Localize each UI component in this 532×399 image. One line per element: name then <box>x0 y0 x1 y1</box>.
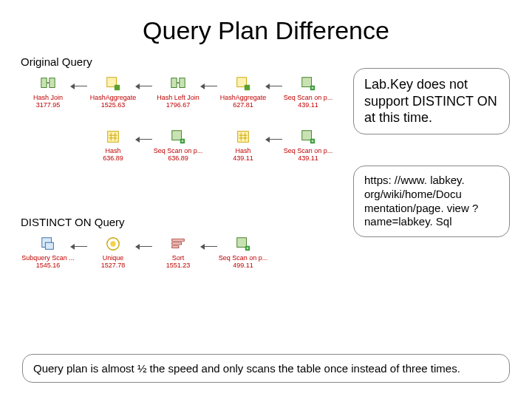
plan-row: Hash636.89 Seq Scan on p...636.89 Hash43… <box>21 129 338 182</box>
plan-node: Seq Scan on p...636.89 <box>151 129 205 163</box>
seq-scan-icon <box>170 129 186 145</box>
plan-node: Hash439.11 <box>216 129 270 163</box>
svg-rect-17 <box>45 242 53 249</box>
node-cost: 1545.16 <box>21 262 75 270</box>
plan-node: Seq Scan on p...499.11 <box>216 236 270 270</box>
unique-icon <box>105 236 121 252</box>
svg-rect-7 <box>245 85 250 90</box>
svg-rect-5 <box>180 78 185 88</box>
node-cost: 1525.63 <box>86 102 140 109</box>
svg-rect-0 <box>41 78 47 88</box>
hash-aggregate-icon <box>105 75 121 92</box>
plan-node: Sort1551.23 <box>151 236 205 270</box>
node-cost: 3177.95 <box>21 102 75 109</box>
plan-node: Hash636.89 <box>86 129 140 163</box>
svg-rect-4 <box>171 78 177 88</box>
original-query-plan: Hash Join3177.95 HashAggregate1525.63 Ha… <box>21 75 338 182</box>
node-cost: 439.11 <box>216 155 270 163</box>
svg-rect-21 <box>172 242 182 245</box>
svg-rect-1 <box>50 78 55 88</box>
svg-rect-22 <box>172 246 179 248</box>
plan-node: Unique1527.78 <box>86 236 140 270</box>
hash-icon <box>105 129 121 145</box>
plan-node: Hash Left Join1796.67 <box>151 75 205 109</box>
plan-node: Hash Join3177.95 <box>21 75 75 109</box>
svg-rect-23 <box>237 238 247 248</box>
node-cost: 1796.67 <box>151 102 205 109</box>
node-cost: 439.11 <box>281 155 335 163</box>
hash-aggregate-icon <box>235 75 251 92</box>
plan-node: Seq Scan on p...439.11 <box>281 129 335 163</box>
original-query-heading: Original Query <box>21 55 511 68</box>
node-cost: 636.89 <box>151 155 205 163</box>
plan-node: HashAggregate627.81 <box>216 75 270 109</box>
plan-node: Subquery Scan ...1545.16 <box>21 236 75 270</box>
svg-rect-3 <box>115 85 120 90</box>
svg-point-19 <box>110 241 115 246</box>
svg-rect-20 <box>172 239 185 242</box>
svg-rect-14 <box>302 131 312 140</box>
node-cost: 1527.78 <box>86 262 140 270</box>
hash-join-icon <box>40 75 56 92</box>
distinct-on-plan: Subquery Scan ...1545.16 Unique1527.78 S… <box>21 236 338 289</box>
hash-icon <box>235 129 251 145</box>
svg-rect-8 <box>302 78 312 87</box>
footer-summary: Query plan is almost ½ the speed and onl… <box>22 354 510 383</box>
plan-row: Subquery Scan ...1545.16 Unique1527.78 S… <box>21 236 338 289</box>
sort-icon <box>170 236 186 252</box>
hash-join-icon <box>170 75 186 92</box>
slide: Query Plan Difference Original Query Has… <box>0 0 532 399</box>
subquery-icon <box>40 236 56 252</box>
seq-scan-icon <box>300 129 316 145</box>
plan-row: Hash Join3177.95 HashAggregate1525.63 Ha… <box>21 75 338 129</box>
svg-rect-11 <box>172 131 182 140</box>
seq-scan-icon <box>300 75 316 92</box>
plan-node: HashAggregate1525.63 <box>86 75 140 109</box>
seq-scan-icon <box>235 236 251 252</box>
node-cost: 499.11 <box>216 262 270 270</box>
node-cost: 627.81 <box>216 102 270 109</box>
slide-title: Query Plan Difference <box>21 16 511 45</box>
callout-url: https: //www. labkey. org/wiki/home/Docu… <box>353 166 510 237</box>
node-cost: 439.11 <box>281 102 335 109</box>
callout-not-supported: Lab.Key does not support DISTINCT ON at … <box>353 68 510 134</box>
plan-node: Seq Scan on p...439.11 <box>281 75 335 109</box>
svg-rect-10 <box>108 132 119 143</box>
node-cost: 1551.23 <box>151 262 205 270</box>
node-cost: 636.89 <box>86 155 140 163</box>
svg-rect-13 <box>238 132 249 143</box>
